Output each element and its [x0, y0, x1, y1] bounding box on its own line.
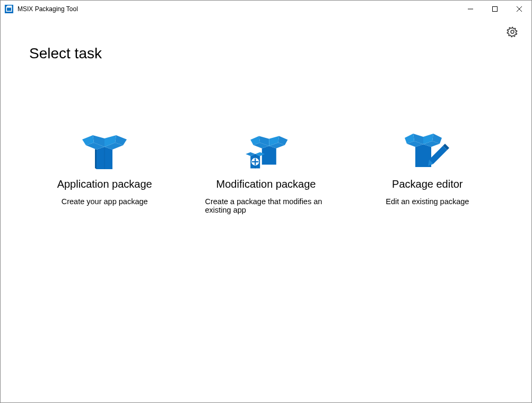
toolbar [1, 17, 531, 41]
task-title: Modification package [216, 178, 316, 191]
task-application-package[interactable]: Application package Create your app pack… [29, 126, 180, 220]
task-modification-package[interactable]: Modification package Create a package th… [190, 126, 341, 220]
titlebar: MSIX Packaging Tool [1, 1, 531, 17]
gear-icon [507, 26, 518, 39]
box-modify-icon [242, 131, 290, 173]
task-title: Package editor [392, 178, 463, 191]
content-area: Select task A [1, 45, 531, 220]
window-title: MSIX Packaging Tool [18, 5, 78, 13]
box-edit-icon [404, 131, 451, 173]
page-title: Select task [29, 45, 503, 62]
task-desc: Create your app package [62, 197, 148, 206]
task-package-editor[interactable]: Package editor Edit an existing package [352, 126, 503, 220]
task-desc: Create a package that modifies an existi… [205, 197, 327, 214]
maximize-button[interactable] [483, 1, 507, 17]
svg-point-7 [511, 30, 514, 33]
close-button[interactable] [507, 1, 531, 17]
minimize-button[interactable] [458, 1, 483, 17]
task-title: Application package [57, 178, 152, 191]
window-controls [458, 1, 531, 17]
box-open-icon [81, 131, 128, 173]
task-grid: Application package Create your app pack… [29, 126, 503, 220]
task-desc: Edit an existing package [386, 197, 469, 206]
settings-button[interactable] [504, 24, 521, 41]
titlebar-left: MSIX Packaging Tool [5, 5, 78, 13]
svg-rect-2 [7, 8, 11, 11]
svg-rect-4 [493, 7, 498, 12]
app-icon [5, 5, 13, 13]
